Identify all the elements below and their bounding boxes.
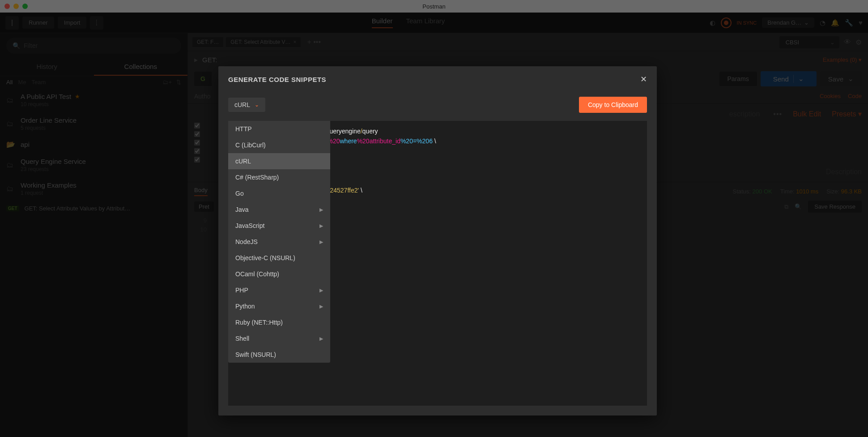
language-menu-item[interactable]: C# (RestSharp)	[228, 169, 330, 185]
language-menu-item[interactable]: cURL	[228, 153, 330, 169]
language-menu-item[interactable]: Python▶	[228, 298, 330, 314]
language-menu-label: Objective-C (NSURL)	[235, 254, 295, 261]
language-menu-item[interactable]: OCaml (Cohttp)	[228, 266, 330, 282]
language-label: cURL	[234, 101, 250, 108]
close-modal-icon[interactable]: ✕	[640, 74, 647, 84]
language-menu-item[interactable]: Ruby (NET::Http)	[228, 314, 330, 330]
language-menu-label: Go	[235, 190, 244, 197]
language-menu-label: Java	[235, 206, 249, 213]
language-menu-label: PHP	[235, 287, 248, 294]
language-menu-item[interactable]: C (LibCurl)	[228, 137, 330, 153]
language-menu-item[interactable]: NodeJS▶	[228, 234, 330, 250]
language-menu-label: Swift (NSURL)	[235, 351, 276, 358]
chevron-down-icon: ⌄	[255, 102, 259, 108]
submenu-arrow-icon: ▶	[319, 287, 323, 293]
submenu-arrow-icon: ▶	[319, 336, 323, 342]
language-menu-label: Ruby (NET::Http)	[235, 319, 283, 326]
copy-to-clipboard-button[interactable]: Copy to Clipboard	[579, 97, 647, 113]
language-menu-label: cURL	[235, 158, 251, 165]
language-menu-label: Python	[235, 303, 255, 310]
language-menu-item[interactable]: Java▶	[228, 201, 330, 218]
submenu-arrow-icon: ▶	[319, 207, 323, 213]
language-menu-item[interactable]: Shell▶	[228, 330, 330, 347]
language-menu-label: C# (RestSharp)	[235, 174, 279, 181]
submenu-arrow-icon: ▶	[319, 223, 323, 229]
language-menu-label: OCaml (Cohttp)	[235, 270, 279, 278]
language-menu-item[interactable]: HTTP	[228, 121, 330, 137]
language-menu-label: C (LibCurl)	[235, 141, 266, 149]
code-snippet-modal: GENERATE CODE SNIPPETS ✕ cURL ⌄ Copy to …	[218, 66, 657, 416]
language-menu-item[interactable]: PHP▶	[228, 282, 330, 298]
language-menu-label: JavaScript	[235, 222, 264, 229]
language-menu-item[interactable]: Swift (NSURL)	[228, 347, 330, 363]
language-menu: HTTPC (LibCurl)cURLC# (RestSharp)GoJava▶…	[228, 121, 330, 363]
language-menu-item[interactable]: Go	[228, 185, 330, 201]
language-menu-label: HTTP	[235, 125, 252, 133]
submenu-arrow-icon: ▶	[319, 304, 323, 309]
language-selector[interactable]: cURL ⌄	[228, 98, 265, 112]
language-menu-label: Shell	[235, 335, 249, 342]
language-menu-item[interactable]: Objective-C (NSURL)	[228, 250, 330, 266]
language-menu-label: NodeJS	[235, 238, 258, 245]
modal-title: GENERATE CODE SNIPPETS	[228, 76, 326, 83]
language-menu-item[interactable]: JavaScript▶	[228, 218, 330, 234]
submenu-arrow-icon: ▶	[319, 239, 323, 245]
